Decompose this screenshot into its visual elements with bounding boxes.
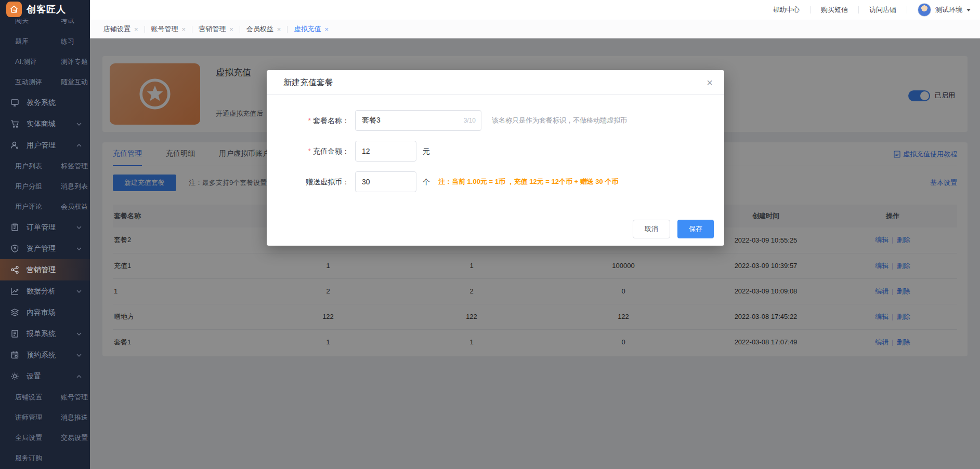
sidebar-item-settings[interactable]: 设置 — [0, 366, 90, 387]
chevron-down-icon — [76, 290, 82, 293]
sidebar-row: 用户分组 消息列表 — [0, 176, 90, 196]
buy-sms-link[interactable]: 购买短信 — [811, 6, 858, 14]
close-icon[interactable]: × — [229, 25, 233, 33]
sidebar-row: 用户评论 会员权益 — [0, 196, 90, 217]
sidebar-item-eval-topic[interactable]: 测评专题 — [61, 57, 88, 66]
layers-icon — [10, 308, 19, 317]
chevron-up-icon — [76, 375, 82, 378]
close-icon[interactable]: × — [324, 25, 329, 33]
avatar — [918, 3, 931, 17]
tab-label: 账号管理 — [151, 24, 178, 34]
sidebar-item-question-bank[interactable]: 题库 — [15, 37, 61, 46]
tab-label: 营销管理 — [199, 24, 226, 34]
caret-down-icon — [966, 9, 971, 11]
user-name: 测试环境 — [935, 5, 962, 15]
tab-marketing-management[interactable]: 营销管理 × — [192, 24, 240, 34]
tab-shop-settings[interactable]: 店铺设置 × — [97, 24, 145, 34]
sidebar-item-interactive-eval[interactable]: 互动测评 — [15, 77, 61, 87]
tab-label: 店铺设置 — [103, 24, 130, 34]
sidebar-row: AI.测评 测评专题 — [0, 51, 90, 72]
sidebar-item-lecturer-management[interactable]: 讲师管理 — [15, 413, 61, 422]
sidebar-item-marketing-management[interactable]: 营销管理 — [0, 259, 90, 280]
chevron-down-icon — [76, 226, 82, 229]
sidebar-logo[interactable]: 创客匠人 — [0, 0, 90, 19]
tab-member-benefits[interactable]: 会员权益 × — [240, 24, 288, 34]
sidebar-item-member-benefits[interactable]: 会员权益 — [61, 202, 88, 211]
sidebar-item-message-push[interactable]: 消息推送 — [61, 413, 88, 422]
visit-shop-link[interactable]: 访问店铺 — [859, 6, 907, 14]
tab-label: 虚拟充值 — [294, 24, 321, 34]
required-asterisk: * — [308, 147, 311, 155]
field-label: 赠送虚拟币： — [306, 178, 349, 186]
sidebar-item-label: 资产管理 — [27, 244, 56, 253]
sidebar-item-class-interact[interactable]: 随堂互动 — [61, 77, 88, 87]
close-icon[interactable]: × — [134, 25, 138, 33]
sidebar-item-content-market[interactable]: 内容市场 — [0, 302, 90, 323]
sidebar-row: 互动测评 随堂互动 — [0, 72, 90, 92]
chevron-down-icon — [76, 247, 82, 250]
share-nodes-icon — [10, 265, 19, 274]
sidebar-item-trade-settings[interactable]: 交易设置 — [61, 433, 88, 443]
chevron-up-icon — [76, 144, 82, 147]
sidebar-item-booking-system[interactable]: 预约系统 — [0, 344, 90, 366]
sidebar-item-label: 实体商城 — [27, 119, 56, 129]
sidebar-menu: 闯关 考试 题库 练习 AI.测评 测评专题 互动测评 随堂互动 教务系统 实体… — [0, 16, 90, 468]
sidebar-item-account-management[interactable]: 账号管理 — [61, 393, 88, 402]
clipboard-icon — [10, 223, 19, 232]
char-counter: 3/10 — [464, 111, 476, 130]
yuan-suffix: 元 — [423, 141, 430, 162]
sidebar-item-user-group[interactable]: 用户分组 — [15, 182, 61, 191]
help-center-link[interactable]: 帮助中心 — [762, 6, 810, 14]
amount-input[interactable] — [356, 141, 416, 161]
modal-title: 新建充值套餐 — [283, 70, 333, 95]
sidebar-item-message-list[interactable]: 消息列表 — [61, 182, 88, 191]
amount-input-wrap — [355, 141, 416, 162]
sidebar-item-shop-settings[interactable]: 店铺设置 — [15, 393, 61, 402]
tab-virtual-recharge[interactable]: 虚拟充值 × — [288, 24, 335, 34]
sidebar-item-label: 用户管理 — [27, 141, 56, 150]
sidebar-item-edu-system[interactable]: 教务系统 — [0, 92, 90, 113]
amount-label: *充值金额： — [267, 141, 349, 162]
gift-coins-input-wrap — [355, 171, 416, 192]
package-name-label: *套餐名称： — [267, 110, 349, 131]
gift-coins-input[interactable] — [356, 172, 416, 192]
unit-suffix: 个 — [423, 171, 430, 192]
cancel-button[interactable]: 取消 — [633, 220, 670, 238]
package-name-input-wrap: 3/10 — [355, 110, 481, 131]
sidebar-item-physical-mall[interactable]: 实体商城 — [0, 113, 90, 135]
sidebar-item-report-system[interactable]: 报单系统 — [0, 323, 90, 344]
app-logo-icon — [6, 2, 22, 17]
sidebar-item-service-order[interactable]: 服务订购 — [15, 453, 61, 463]
required-asterisk: * — [308, 116, 311, 125]
modal-header: 新建充值套餐 × — [267, 70, 724, 95]
sidebar-item-data-analysis[interactable]: 数据分析 — [0, 280, 90, 302]
tab-account-management[interactable]: 账号管理 × — [145, 24, 192, 34]
conversion-note: 注：当前 1.00元 = 1币 ，充值 12元 = 12个币 + 赠送 30 个… — [438, 171, 618, 192]
monitor-icon — [10, 98, 19, 107]
calendar-clock-icon — [10, 351, 19, 359]
save-button[interactable]: 保存 — [677, 220, 714, 238]
sidebar-item-user-list[interactable]: 用户列表 — [15, 162, 61, 171]
close-icon[interactable]: × — [182, 25, 186, 33]
trend-chart-icon — [10, 287, 19, 296]
sidebar-item-order-management[interactable]: 订单管理 — [0, 217, 90, 238]
package-name-input[interactable] — [356, 111, 481, 130]
package-name-hint: 该名称只是作为套餐标识，不做移动端虚拟币 — [492, 110, 627, 131]
sidebar-row: 全局设置 交易设置 — [0, 427, 90, 448]
sidebar-item-ai-eval[interactable]: AI.测评 — [15, 57, 61, 66]
topbar: 帮助中心 购买短信 访问店铺 测试环境 — [90, 0, 980, 20]
sidebar-item-global-settings[interactable]: 全局设置 — [15, 433, 61, 443]
sidebar-item-practice[interactable]: 练习 — [61, 37, 74, 46]
sidebar-item-tag-management[interactable]: 标签管理 — [61, 162, 88, 171]
sidebar-item-user-management[interactable]: 用户管理 — [0, 135, 90, 156]
user-icon — [10, 141, 19, 150]
field-label: 套餐名称： — [313, 116, 349, 125]
close-icon[interactable]: × — [704, 75, 715, 90]
user-menu[interactable]: 测试环境 — [907, 3, 971, 17]
sidebar-item-user-comments[interactable]: 用户评论 — [15, 202, 61, 211]
sidebar-item-asset-management[interactable]: 资产管理 — [0, 238, 90, 259]
close-icon[interactable]: × — [277, 25, 281, 33]
gear-icon — [10, 372, 19, 381]
sidebar-row: 服务订购 — [0, 448, 90, 468]
gift-coins-label: 赠送虚拟币： — [267, 171, 349, 192]
